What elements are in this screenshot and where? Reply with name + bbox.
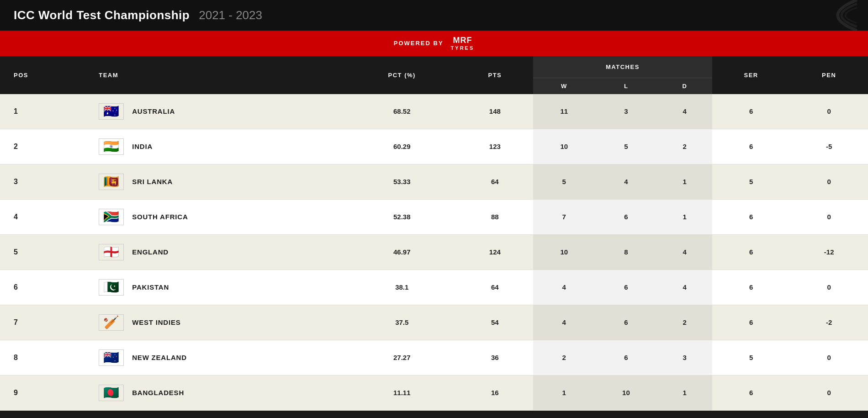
cell-pct: 37.5 [347, 305, 457, 340]
mrf-brand-name: MRF [453, 36, 472, 45]
cell-d: 4 [657, 234, 712, 270]
cell-d: 1 [657, 199, 712, 234]
cell-pts: 54 [457, 305, 533, 340]
cell-team: 🇦🇺AUSTRALIA [90, 94, 347, 129]
cell-pen: 0 [790, 164, 868, 199]
cell-pts: 88 [457, 199, 533, 234]
header-decoration [731, 0, 868, 31]
cell-ser: 6 [712, 129, 790, 164]
cell-pct: 38.1 [347, 270, 457, 305]
table-row: 3🇱🇰SRI LANKA53.336454150 [0, 164, 868, 199]
cell-l: 6 [595, 199, 657, 234]
cell-d: 3 [657, 340, 712, 375]
cell-ser: 6 [712, 234, 790, 270]
team-name-label: ENGLAND [132, 248, 169, 256]
col-header-pts: PTS [457, 56, 533, 94]
cell-l: 6 [595, 305, 657, 340]
table-row: 7🏏WEST INDIES37.5544626-2 [0, 305, 868, 340]
col-header-pct: PCT (%) [347, 56, 457, 94]
cell-pts: 123 [457, 129, 533, 164]
team-flag: 🏏 [99, 314, 124, 331]
cell-l: 6 [595, 340, 657, 375]
cell-team: 🇱🇰SRI LANKA [90, 164, 347, 199]
championship-title: ICC World Test Championship [14, 8, 190, 22]
cell-pct: 60.29 [347, 129, 457, 164]
cell-w: 4 [533, 305, 595, 340]
cell-w: 4 [533, 270, 595, 305]
cell-w: 5 [533, 164, 595, 199]
team-name-label: INDIA [132, 143, 153, 150]
team-name-label: WEST INDIES [132, 318, 180, 326]
cell-pen: -5 [790, 129, 868, 164]
cell-pct: 53.33 [347, 164, 457, 199]
team-name-label: BANGLADESH [132, 389, 184, 397]
cell-pos: 9 [0, 375, 90, 410]
cell-team: 🇮🇳INDIA [90, 129, 347, 164]
cell-ser: 5 [712, 164, 790, 199]
cell-w: 1 [533, 375, 595, 410]
cell-pen: 0 [790, 340, 868, 375]
cell-ser: 6 [712, 375, 790, 410]
cell-pen: 0 [790, 199, 868, 234]
cell-pos: 6 [0, 270, 90, 305]
cell-l: 5 [595, 129, 657, 164]
col-header-team: TEAM [90, 56, 347, 94]
cell-pos: 1 [0, 94, 90, 129]
cell-pen: 0 [790, 94, 868, 129]
col-header-pen: PEN [790, 56, 868, 94]
table-row: 2🇮🇳INDIA60.2912310526-5 [0, 129, 868, 164]
cell-pen: -12 [790, 234, 868, 270]
cell-l: 10 [595, 375, 657, 410]
cell-pct: 46.97 [347, 234, 457, 270]
cell-w: 2 [533, 340, 595, 375]
cell-pos: 5 [0, 234, 90, 270]
cell-team: 🇧🇩BANGLADESH [90, 375, 347, 410]
cell-d: 1 [657, 375, 712, 410]
col-header-matches: MATCHES [533, 56, 712, 78]
team-flag: 🇧🇩 [99, 385, 124, 401]
cell-ser: 6 [712, 199, 790, 234]
cell-pts: 124 [457, 234, 533, 270]
cell-d: 2 [657, 305, 712, 340]
team-name-label: PAKISTAN [132, 283, 169, 291]
team-flag: 🇳🇿 [99, 349, 124, 366]
cell-l: 3 [595, 94, 657, 129]
cell-team: 🏏WEST INDIES [90, 305, 347, 340]
table-row: 4🇿🇦SOUTH AFRICA52.388876160 [0, 199, 868, 234]
cell-d: 4 [657, 270, 712, 305]
cell-pts: 16 [457, 375, 533, 410]
cell-pct: 11.11 [347, 375, 457, 410]
team-flag: 🇱🇰 [99, 174, 124, 190]
cell-pts: 64 [457, 164, 533, 199]
cell-ser: 6 [712, 94, 790, 129]
cell-l: 8 [595, 234, 657, 270]
team-name-label: SRI LANKA [132, 178, 173, 185]
team-name-label: NEW ZEALAND [132, 354, 187, 361]
championship-years: 2021 - 2023 [199, 8, 262, 22]
cell-pen: 0 [790, 375, 868, 410]
powered-by-label: POWERED BY [394, 40, 444, 47]
powered-by-bar: POWERED BY MRF TYRES [0, 31, 868, 56]
page-header: ICC World Test Championship 2021 - 2023 [0, 0, 868, 31]
cell-pts: 148 [457, 94, 533, 129]
team-flag: 🇿🇦 [99, 209, 124, 225]
standings-table: POS TEAM PCT (%) PTS MATCHES SER PEN W L… [0, 56, 868, 411]
cell-w: 7 [533, 199, 595, 234]
cell-l: 4 [595, 164, 657, 199]
cell-w: 10 [533, 234, 595, 270]
team-flag: 🏴󠁧󠁢󠁥󠁮󠁧󠁿 [99, 244, 124, 260]
table-row: 1🇦🇺AUSTRALIA68.52148113460 [0, 94, 868, 129]
cell-team: 🇿🇦SOUTH AFRICA [90, 199, 347, 234]
team-flag: 🇦🇺 [99, 103, 124, 120]
col-header-pos: POS [0, 56, 90, 94]
cell-w: 10 [533, 129, 595, 164]
col-header-l: L [595, 78, 657, 94]
cell-l: 6 [595, 270, 657, 305]
cell-pen: -2 [790, 305, 868, 340]
standings-table-wrapper: POS TEAM PCT (%) PTS MATCHES SER PEN W L… [0, 56, 868, 411]
cell-pts: 36 [457, 340, 533, 375]
cell-ser: 6 [712, 305, 790, 340]
cell-d: 1 [657, 164, 712, 199]
col-header-ser: SER [712, 56, 790, 94]
table-row: 5🏴󠁧󠁢󠁥󠁮󠁧󠁿ENGLAND46.9712410846-12 [0, 234, 868, 270]
